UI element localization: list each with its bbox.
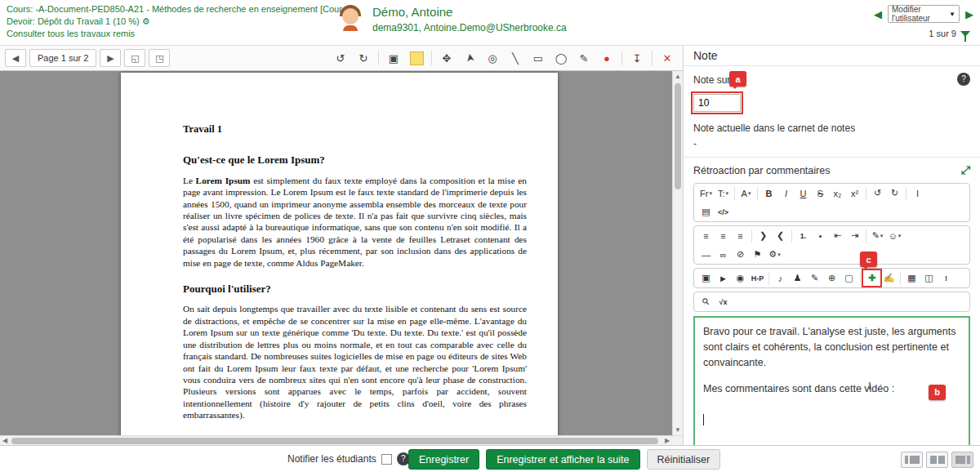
pdf-page-content: Travail 1 Qu'est-ce que le Lorem Ipsum? … [121, 73, 558, 445]
stamp-picker-button[interactable]: ↧ [626, 49, 648, 67]
table-button[interactable]: ▦ [903, 270, 920, 286]
draw-button[interactable]: ✎ [806, 270, 823, 286]
save-and-show-next-button[interactable]: Enregistrer et afficher la suite [486, 449, 639, 470]
strikethrough-button[interactable]: S [812, 185, 829, 201]
vertical-scroll-thumb[interactable] [675, 83, 681, 189]
toolbar-separator [900, 272, 901, 285]
unlink-button[interactable]: ⊘ [732, 247, 749, 262]
horizontal-scroll-thumb[interactable] [11, 438, 658, 444]
italic-button[interactable]: I [777, 185, 795, 201]
kaltura-editor-button[interactable]: ✍ [880, 270, 898, 286]
h5p-button[interactable]: H-P [749, 270, 766, 286]
document-title: Travail 1 [183, 123, 527, 135]
superscript-button[interactable]: x² [846, 185, 863, 201]
section-paragraph: On sait depuis longtemps que travailler … [183, 303, 527, 421]
redo-button[interactable]: ↻ [353, 49, 374, 67]
font-size-button[interactable]: T:▾ [715, 185, 732, 201]
align-left-button[interactable]: ≡ [697, 228, 715, 243]
underline-button[interactable]: U [795, 185, 812, 201]
action-buttons: Enregistrer Enregistrer et afficher la s… [408, 449, 720, 470]
manage-files-button[interactable]: ⚙▾ [766, 247, 783, 262]
assignment-grading-app: Cours: -A-Document-PED850-A21 - Méthodes… [0, 0, 980, 472]
ordered-list-button[interactable]: 1. [795, 228, 812, 243]
insert-image-button[interactable]: ▣ [697, 270, 715, 286]
current-grade-value: - [693, 138, 970, 149]
drag-tool-button[interactable]: ✥ [436, 49, 457, 67]
html-source-button[interactable]: </> [715, 204, 732, 220]
scroll-right-icon[interactable]: ▶ [662, 436, 672, 445]
scroll-down-icon[interactable]: ▼ [673, 425, 683, 435]
scroll-left-icon[interactable]: ◀ [0, 436, 10, 445]
align-right-button[interactable]: ≡ [732, 228, 749, 243]
filter-funnel-icon[interactable] [960, 31, 970, 37]
kaltura-media-button[interactable]: ✚c [863, 270, 880, 286]
page-indicator[interactable]: Page 1 sur 2 [29, 49, 96, 67]
change-user-select[interactable]: Modifier l'utilisateur ▼ [888, 5, 960, 23]
grade-panel-title: Note [684, 46, 980, 66]
highlighter-button[interactable]: ✎▾ [869, 228, 886, 243]
prevent-autolink-button[interactable]: ⚑ [749, 247, 766, 262]
screen-capture-button[interactable]: ▢ [840, 270, 858, 286]
select-tool-button[interactable]: ➤ [459, 46, 480, 69]
record-audio-button[interactable]: ♪ [772, 270, 789, 286]
clear-formatting-button[interactable]: Ι [909, 185, 926, 201]
indent-right-button[interactable]: ❯ [755, 228, 772, 243]
view-all-submissions-link[interactable]: Consulter tous les travaux remis [7, 29, 135, 38]
editor-redo-button[interactable]: ↻ [886, 185, 903, 201]
font-color-button[interactable]: A▾ [737, 185, 755, 201]
user-navigation: ◀ Modifier l'utilisateur ▼ ▶ 1 sur 9 [874, 5, 973, 38]
horizontal-rule-button[interactable]: — [697, 247, 715, 262]
undo-button[interactable]: ↺ [330, 49, 351, 67]
layout-default-button[interactable] [926, 452, 948, 468]
insert-link-button[interactable]: ∞ [715, 247, 732, 262]
columns-button[interactable]: ◫ [920, 270, 938, 286]
expand-view-button[interactable]: ◳ [149, 49, 170, 67]
horizontal-scrollbar[interactable]: ◀ ▶ [0, 435, 683, 445]
grade-help-icon[interactable]: ? [957, 73, 970, 86]
vertical-scrollbar[interactable]: ▲ ▼ [672, 71, 683, 435]
comment-color-picker-button[interactable] [406, 49, 427, 67]
unordered-list-button[interactable]: • [812, 228, 829, 243]
editor-undo-button[interactable]: ↺ [869, 185, 886, 201]
layout-collapse-review-panel-button[interactable] [901, 452, 923, 468]
oval-tool-button[interactable]: ◯ [550, 49, 572, 67]
indent-left-button[interactable]: ❮ [772, 228, 789, 243]
comment-search-button[interactable]: ◱ [124, 49, 145, 67]
next-page-button[interactable]: ▶ [100, 49, 121, 67]
rectangle-tool-button[interactable]: ▭ [528, 49, 549, 67]
subscript-button[interactable]: x₂ [829, 185, 846, 201]
outdent-button[interactable]: ⇤ [829, 228, 846, 243]
previous-page-button[interactable]: ◀ [5, 49, 26, 67]
notify-students-checkbox[interactable] [381, 454, 392, 465]
bold-button[interactable]: B [760, 185, 777, 201]
settings-gear-icon[interactable]: ⚙ [142, 16, 150, 26]
expand-editor-icon[interactable]: ⤢ [961, 163, 970, 177]
font-family-button[interactable]: Fr▾ [697, 185, 715, 201]
insert-media-button[interactable]: ► [715, 270, 732, 286]
record-video-button[interactable]: ◉ [732, 270, 749, 286]
paste-special-button[interactable]: ▤ [697, 204, 715, 220]
feedback-editor[interactable]: Bravo pour ce travail. L'analyse est jus… [693, 316, 970, 452]
align-center-button[interactable]: ≡ [715, 228, 732, 243]
emoji-picker-button[interactable]: ☺▾ [886, 228, 903, 243]
line-tool-button[interactable]: ╲ [505, 49, 526, 67]
course-breadcrumb[interactable]: Cours: -A-Document-PED850-A21 - Méthodes… [7, 3, 349, 16]
previous-user-arrow-icon[interactable]: ◀ [874, 9, 882, 20]
stamp-tool-button[interactable]: ◎ [482, 49, 503, 67]
layout-collapse-grade-panel-button[interactable] [951, 452, 973, 468]
annotation-color-picker-button[interactable]: ● [596, 49, 617, 67]
course-info: Cours: -A-Document-PED850-A21 - Méthodes… [7, 3, 349, 40]
scroll-up-icon[interactable]: ▲ [673, 71, 683, 82]
accessibility-checker-button[interactable]: ! [938, 270, 955, 286]
save-button[interactable]: Enregistrer [408, 449, 479, 470]
grade-input[interactable] [693, 94, 741, 112]
pen-tool-button[interactable]: ✎ [573, 49, 595, 67]
indent-button[interactable]: ⇥ [846, 228, 863, 243]
comments-toggle-button[interactable]: ▣ [383, 49, 404, 67]
user-media-button[interactable]: ♟ [789, 270, 806, 286]
equation-editor-button[interactable]: √x [715, 294, 732, 309]
snippet-button[interactable]: ⊕ [823, 270, 840, 286]
reset-button[interactable]: Réinitialiser [647, 449, 721, 470]
next-user-arrow-icon[interactable]: ▶ [965, 9, 973, 20]
delete-annotation-button[interactable]: ✕ [657, 49, 678, 67]
